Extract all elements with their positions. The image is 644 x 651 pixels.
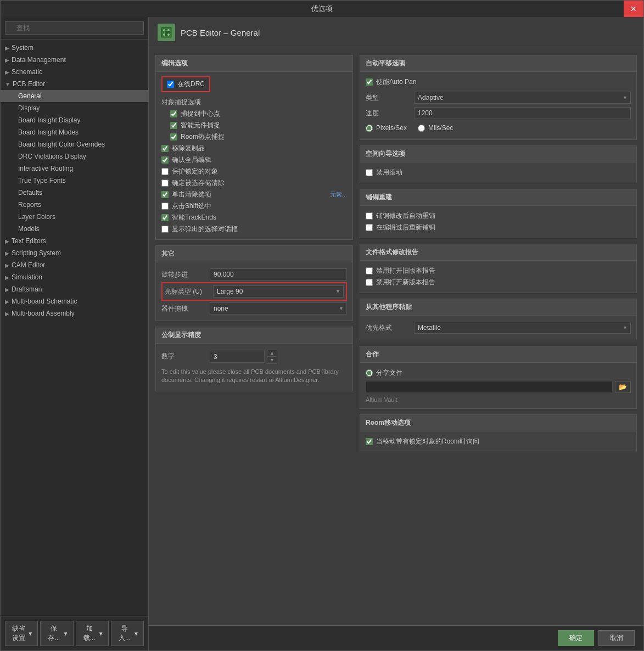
online-drc-checkbox[interactable] (167, 81, 174, 88)
room-move-row: 当移动带有锁定对象的Room时询问 (366, 436, 631, 447)
component-drag-row: 器件拖拽 none Connected Tracks (161, 301, 347, 316)
shift-click-checkbox[interactable] (161, 203, 169, 210)
element-link[interactable]: 元素... (330, 189, 347, 200)
room-move-body: 当移动带有锁定对象的Room时询问 (360, 431, 636, 452)
disable-old-checkbox[interactable] (366, 267, 373, 274)
paste-section: 从其他程序粘贴 优先格式 Metafile Text Bitmap (360, 299, 637, 340)
room-hotspot-checkbox[interactable] (170, 133, 177, 141)
sidebar-item-board-insight-display[interactable]: Board Insight Display (1, 114, 148, 126)
auto-pan-section: 自动平移选项 使能Auto Pan 类型 Adaptive (360, 55, 637, 140)
sidebar-item-general[interactable]: General (1, 90, 148, 102)
sidebar-item-cam-editor[interactable]: ▶CAM Editor (1, 259, 148, 271)
share-file-radio[interactable] (366, 369, 373, 377)
component-drag-select[interactable]: none Connected Tracks (210, 302, 347, 315)
sidebar-item-pcb-editor[interactable]: ▼PCB Editor (1, 78, 148, 90)
ok-button[interactable]: 确定 (558, 630, 594, 646)
main-window: 优选项 ✕ ▶System ▶Data Management ▶Schemati… (0, 0, 644, 651)
sidebar-item-data-management[interactable]: ▶Data Management (1, 54, 148, 66)
show-popup-checkbox[interactable] (161, 226, 169, 233)
online-drc-label: 在线DRC (177, 80, 205, 89)
capture-center-checkbox[interactable] (170, 110, 177, 117)
file-format-title: 文件格式修改报告 (360, 244, 636, 261)
confirm-global-checkbox[interactable] (161, 156, 169, 164)
enable-auto-pan-checkbox[interactable] (366, 78, 373, 86)
disable-scroll-row: 禁用滚动 (366, 167, 631, 178)
search-input[interactable] (5, 21, 144, 35)
precision-body: 数字 ▲ ▼ To edit this value please close a (156, 344, 352, 391)
sidebar-item-draftsman[interactable]: ▶Draftsman (1, 283, 148, 295)
pan-type-select[interactable]: Adaptive Fixed Size Jump Re-Center Balli… (414, 92, 631, 104)
pixels-sex-radio[interactable] (366, 125, 373, 132)
import-button[interactable]: 导入...▼ (111, 621, 144, 646)
sidebar-item-system[interactable]: ▶System (1, 42, 148, 54)
smart-component-checkbox[interactable] (170, 122, 177, 129)
sidebar-item-board-insight-color-overrides[interactable]: Board Insight Color Overrides (1, 138, 148, 150)
vault-path-input[interactable] (366, 381, 613, 393)
number-arrows: ▲ ▼ (267, 350, 277, 364)
auto-pan-body: 使能Auto Pan 类型 Adaptive Fixed Size Jump R… (360, 72, 636, 139)
click-clear-checkbox[interactable] (161, 191, 169, 198)
sidebar-item-multi-board-schematic[interactable]: ▶Multi-board Schematic (1, 295, 148, 307)
pcb-icon (160, 26, 173, 39)
sidebar-item-board-insight-modes[interactable]: Board Insight Modes (1, 126, 148, 138)
rotation-step-input[interactable] (210, 268, 347, 280)
rebuild-on-exit-checkbox[interactable] (366, 224, 373, 231)
sidebar-item-display[interactable]: Display (1, 102, 148, 114)
pan-type-select-wrapper: Adaptive Fixed Size Jump Re-Center Balli… (414, 92, 631, 104)
preferred-format-row: 优先格式 Metafile Text Bitmap (366, 320, 631, 335)
preferred-format-select[interactable]: Metafile Text Bitmap (414, 322, 631, 334)
disable-old-label: 禁用打开旧版本报告 (376, 266, 435, 276)
number-up-button[interactable]: ▲ (267, 350, 277, 357)
protect-locked-row: 保护锁定的对象 (161, 166, 347, 177)
sidebar-item-schematic[interactable]: ▶Schematic (1, 66, 148, 78)
confirm-delete-checkbox[interactable] (161, 179, 169, 187)
disable-new-checkbox[interactable] (366, 279, 373, 286)
auto-rebuild-label: 铺铜修改后自动重铺 (376, 211, 435, 221)
sidebar-item-interactive-routing[interactable]: Interactive Routing (1, 162, 148, 175)
copper-pour-body: 铺铜修改后自动重铺 在编辑过后重新铺铜 (360, 206, 636, 238)
file-format-section: 文件格式修改报告 禁用打开旧版本报告 禁用打开新版本报告 (360, 244, 637, 293)
load-button[interactable]: 加载...▼ (76, 621, 109, 646)
sidebar-item-drc-violations-display[interactable]: DRC Violations Display (1, 150, 148, 162)
number-down-button[interactable]: ▼ (267, 357, 277, 364)
paste-title: 从其他程序粘贴 (360, 299, 636, 316)
click-clear-label: 单击清除选项 (172, 190, 211, 199)
mils-sec-radio[interactable] (418, 125, 425, 132)
protect-locked-checkbox[interactable] (161, 168, 169, 175)
auto-rebuild-checkbox[interactable] (366, 212, 373, 220)
smart-track-checkbox[interactable] (161, 214, 169, 221)
cursor-type-select[interactable]: Large 90 Small 90 Large 45 Small 45 (213, 285, 344, 298)
capture-center-label: 捕捉到中心点 (181, 109, 220, 119)
component-drag-select-wrapper: none Connected Tracks (210, 302, 347, 315)
cursor-type-select-wrapper: Large 90 Small 90 Large 45 Small 45 (213, 285, 344, 298)
sidebar-item-text-editors[interactable]: ▶Text Editors (1, 235, 148, 247)
vault-browse-button[interactable]: 📂 (615, 381, 631, 393)
page-header: PCB Editor – General (149, 17, 643, 48)
default-settings-button[interactable]: 缺省设置▼ (5, 621, 38, 646)
disable-scroll-checkbox[interactable] (366, 169, 373, 176)
sidebar-item-multi-board-assembly[interactable]: ▶Multi-board Assembly (1, 307, 148, 319)
precision-note: To edit this value please close all PCB … (161, 366, 347, 387)
pan-speed-input[interactable] (414, 107, 631, 119)
room-move-checkbox[interactable] (366, 438, 373, 445)
sidebar-item-defaults[interactable]: Defaults (1, 187, 148, 199)
capture-section-label: 对象捕捉选项 (161, 96, 347, 108)
navigation-title: 空间向导选项 (360, 146, 636, 162)
remove-duplicates-checkbox[interactable] (161, 145, 169, 152)
sidebar-item-models[interactable]: Models (1, 223, 148, 235)
cancel-button[interactable]: 取消 (598, 630, 635, 646)
sidebar-item-true-type-fonts[interactable]: True Type Fonts (1, 175, 148, 187)
precision-number-input[interactable] (210, 351, 265, 363)
sidebar-item-reports[interactable]: Reports (1, 199, 148, 211)
cursor-type-row: 光标类型 (U) Large 90 Small 90 Large 45 Smal… (161, 282, 347, 301)
close-button[interactable]: ✕ (624, 1, 643, 17)
preferred-format-select-wrapper: Metafile Text Bitmap (414, 322, 631, 334)
window-title: 优选项 (311, 4, 333, 14)
sidebar-item-simulation[interactable]: ▶Simulation (1, 271, 148, 283)
sidebar-item-scripting-system[interactable]: ▶Scripting System (1, 247, 148, 259)
remove-duplicates-label: 移除复制品 (172, 144, 205, 153)
smart-component-row: 智能元件捕捉 (170, 120, 347, 131)
save-button[interactable]: 保存...▼ (40, 621, 73, 646)
navigation-section: 空间向导选项 禁用滚动 (360, 145, 637, 183)
sidebar-item-layer-colors[interactable]: Layer Colors (1, 211, 148, 223)
